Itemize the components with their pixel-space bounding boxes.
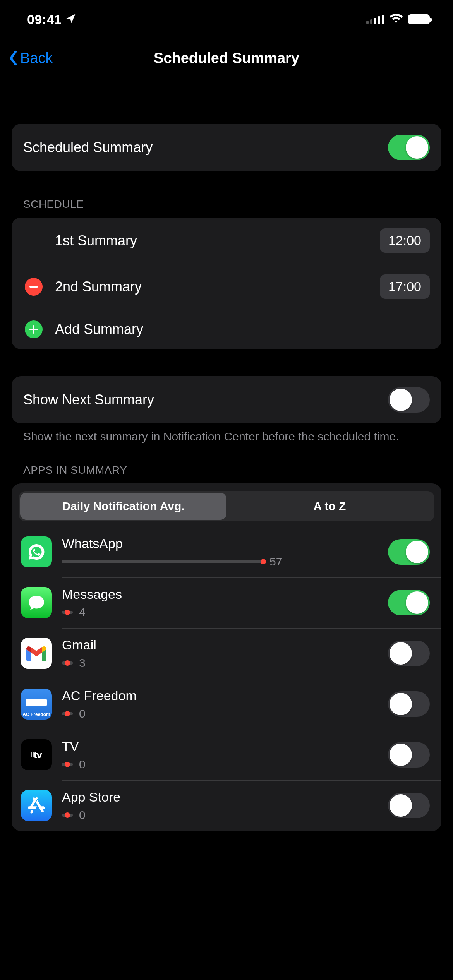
app-row: tv TV 0: [12, 730, 441, 780]
status-bar: 09:41: [0, 0, 453, 39]
app-meter: 0: [62, 707, 376, 720]
app-switch[interactable]: [388, 590, 430, 615]
app-switch[interactable]: [388, 691, 430, 717]
schedule-header: SCHEDULE: [12, 198, 441, 218]
app-switch[interactable]: [388, 539, 430, 565]
app-count-label: 0: [79, 758, 94, 771]
apps-list: WhatsApp 57 Messages 4 Gmail: [12, 527, 441, 831]
page-title: Scheduled Summary: [154, 50, 299, 67]
app-meter: 0: [62, 809, 376, 822]
schedule-label: 2nd Summary: [55, 279, 380, 295]
cellular-icon: [366, 15, 384, 24]
schedule-row[interactable]: 1st Summary 12:00: [12, 218, 441, 264]
show-next-label: Show Next Summary: [23, 392, 388, 408]
app-switch[interactable]: [388, 641, 430, 666]
app-meter: 3: [62, 656, 376, 670]
app-name-label: App Store: [62, 790, 376, 805]
app-switch[interactable]: [388, 793, 430, 818]
remove-icon[interactable]: [25, 278, 43, 296]
app-row: App Store 0: [12, 780, 441, 831]
app-count-label: 0: [79, 707, 94, 720]
time-badge[interactable]: 17:00: [380, 274, 430, 299]
location-icon: [65, 12, 76, 27]
app-count-label: 3: [79, 656, 94, 670]
sort-segmented-control: Daily Notification Avg. A to Z: [19, 491, 434, 521]
status-time: 09:41: [27, 12, 62, 27]
add-summary-row[interactable]: Add Summary: [12, 310, 441, 349]
show-next-group: Show Next Summary: [12, 376, 441, 423]
show-next-switch[interactable]: [388, 387, 430, 413]
whatsapp-icon: [21, 536, 52, 567]
app-meter: 57: [62, 555, 376, 568]
app-switch[interactable]: [388, 742, 430, 768]
battery-icon: [408, 14, 430, 24]
apps-group: Daily Notification Avg. A to Z WhatsApp …: [12, 483, 441, 831]
app-count-label: 57: [269, 555, 285, 568]
messages-icon: [21, 587, 52, 618]
schedule-group: 1st Summary 12:00 2nd Summary 17:00 Add …: [12, 218, 441, 349]
schedule-row[interactable]: 2nd Summary 17:00: [12, 264, 441, 310]
add-summary-label: Add Summary: [55, 321, 430, 338]
app-row: Messages 4: [12, 577, 441, 628]
app-name-label: Messages: [62, 587, 376, 602]
wifi-icon: [390, 12, 403, 27]
app-row: Gmail 3: [12, 628, 441, 679]
acfreedom-icon: AC Freedom: [21, 689, 52, 720]
app-row: AC Freedom AC Freedom 0: [12, 679, 441, 730]
nav-header: Back Scheduled Summary: [0, 39, 453, 77]
schedule-label: 1st Summary: [55, 233, 380, 249]
apps-header: APPS IN SUMMARY: [12, 464, 441, 483]
time-badge[interactable]: 12:00: [380, 228, 430, 253]
app-meter: 4: [62, 606, 376, 619]
back-button[interactable]: Back: [8, 39, 53, 77]
app-name-label: AC Freedom: [62, 688, 376, 703]
app-count-label: 0: [79, 809, 94, 822]
app-name-label: TV: [62, 739, 376, 754]
status-left: 09:41: [27, 12, 76, 27]
scheduled-summary-switch[interactable]: [388, 135, 430, 160]
scheduled-summary-toggle-row: Scheduled Summary: [12, 124, 441, 171]
app-meter: 0: [62, 758, 376, 771]
gmail-icon: [21, 638, 52, 669]
back-label: Back: [20, 50, 53, 67]
show-next-footer: Show the next summary in Notification Ce…: [12, 423, 441, 445]
app-name-label: Gmail: [62, 637, 376, 653]
chevron-left-icon: [8, 50, 19, 67]
status-right: [366, 12, 430, 27]
appstore-icon: [21, 790, 52, 821]
segment-daily-avg[interactable]: Daily Notification Avg.: [20, 493, 226, 520]
segment-a-to-z[interactable]: A to Z: [226, 493, 433, 520]
scheduled-summary-toggle-group: Scheduled Summary: [12, 124, 441, 171]
show-next-row: Show Next Summary: [12, 376, 441, 423]
add-icon[interactable]: [25, 320, 43, 338]
tv-icon: tv: [21, 739, 52, 770]
scheduled-summary-toggle-label: Scheduled Summary: [23, 139, 388, 156]
app-name-label: WhatsApp: [62, 536, 376, 551]
app-count-label: 4: [79, 606, 94, 619]
app-row: WhatsApp 57: [12, 527, 441, 577]
